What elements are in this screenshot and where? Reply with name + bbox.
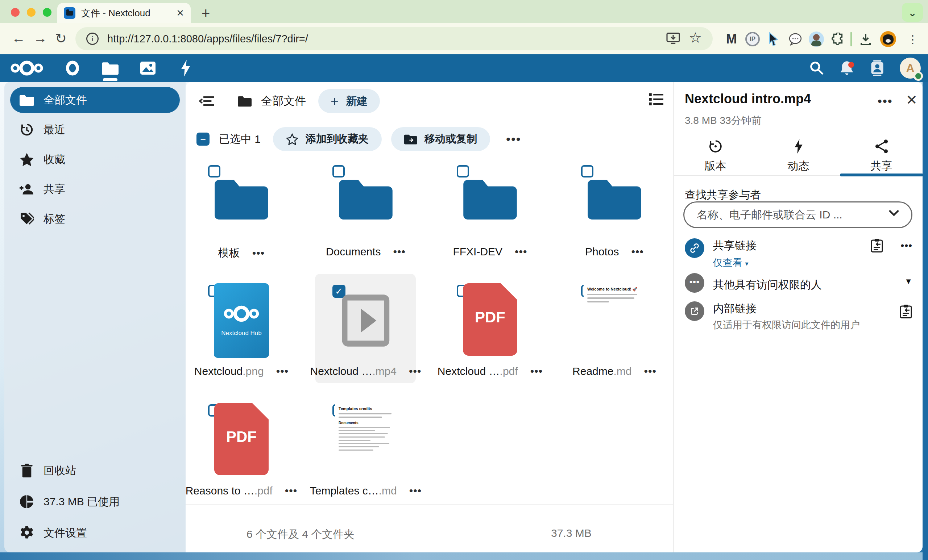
file-actions-icon[interactable]: ••• [285,485,298,497]
search-icon[interactable] [809,61,824,76]
sidebar-item-trash[interactable]: 回收站 [10,458,180,484]
sidebar-item-shares[interactable]: 共享 [10,176,180,202]
file-checkbox[interactable] [333,165,345,178]
browser-tab[interactable]: 文件 - Nextcloud ✕ [57,3,191,23]
sidebar-item-settings[interactable]: 文件设置 [10,520,180,546]
forward-button[interactable]: → [34,30,47,46]
file-actions-icon[interactable]: ••• [631,246,644,258]
window-controls[interactable] [11,8,52,17]
files-count-summary: 6 个文件及 4 个文件夹 [246,527,354,542]
file-actions-icon[interactable]: ••• [409,485,422,497]
new-tab-button[interactable]: + [201,5,210,21]
file-tile-image[interactable]: Nextcloud Hub Nextcloud.png••• [196,283,320,403]
file-tile-video-selected[interactable]: ✓ Nextcloud ….mp4••• [320,283,444,403]
add-to-favorites-button[interactable]: 添加到收藏夹 [273,127,382,151]
breadcrumb[interactable]: 全部文件 [238,93,306,109]
notifications-bell-icon[interactable] [839,60,855,76]
url-text: http://127.0.0.1:8080/apps/files/files/7… [107,33,658,45]
preview-heading: Welcome to Nextcloud! 🚀 [587,287,642,292]
share-link-permission[interactable]: 仅查看 ▾ [713,256,757,269]
list-view-toggle-icon[interactable] [649,93,663,106]
address-bar[interactable]: i http://127.0.0.1:8080/apps/files/files… [75,27,713,50]
copy-internal-link-icon[interactable] [899,304,913,319]
select-all-checkbox[interactable]: − [197,132,209,146]
app-photos-icon[interactable] [139,54,157,82]
expand-caret-icon[interactable]: ▼ [904,277,913,286]
sidebar-item-quota[interactable]: 37.3 MB 已使用 [10,488,180,515]
star-icon [20,152,34,166]
image-thumbnail: Nextcloud Hub [214,283,269,358]
install-app-icon[interactable] [666,33,680,45]
contacts-icon[interactable] [869,60,885,76]
sidebar-item-favorites[interactable]: 收藏 [10,146,180,172]
file-actions-icon[interactable]: ••• [530,365,543,377]
close-window-button[interactable] [11,8,20,17]
folder-icon [20,94,34,106]
browser-menu-icon[interactable]: ⋮ [905,31,921,47]
link-icon [685,238,704,258]
file-actions-icon[interactable]: ••• [515,246,527,258]
nextcloud-logo[interactable] [9,54,44,82]
sidebar-item-all-files[interactable]: 全部文件 [10,87,180,113]
move-or-copy-button[interactable]: 移动或复制 [391,127,490,151]
file-actions-icon[interactable]: ••• [644,365,656,377]
status-online-dot [914,72,923,81]
tab-search-button[interactable]: ⌄ [902,3,923,22]
bookmark-star-icon[interactable]: ☆ [689,29,702,46]
tab-sharing-active[interactable]: 共享 [840,135,923,175]
internal-link-row[interactable]: 内部链接 仅适用于有权限访问此文件的用户 [685,301,913,332]
new-button[interactable]: + 新建 [318,89,380,113]
file-checkbox[interactable] [581,165,594,178]
others-with-access-row[interactable]: ••• 其他具有访问权限的人 ▼ [685,273,913,293]
profile-avatar-icon[interactable] [880,31,896,47]
chevron-down-icon[interactable] [888,209,899,217]
site-info-icon[interactable]: i [86,33,99,45]
copy-link-icon[interactable] [870,238,884,253]
app-activity-icon[interactable] [176,54,195,82]
extension-chat-icon[interactable] [788,31,803,47]
file-checkbox[interactable] [208,165,220,178]
file-list-area: 全部文件 + 新建 − 已选中 1 添加到收藏夹 移动或复制 ••• [186,82,673,552]
file-tile-folder[interactable]: FFXI-DEV••• [444,164,569,283]
file-tile-folder[interactable]: 模板••• [196,164,320,283]
details-more-icon[interactable]: ••• [878,94,893,108]
sidebar-item-tags[interactable]: 标签 [10,206,180,232]
file-actions-icon[interactable]: ••• [252,247,265,259]
file-actions-icon[interactable]: ••• [276,365,289,377]
file-actions-icon[interactable]: ••• [393,246,406,258]
minimize-window-button[interactable] [27,8,35,17]
share-link-row[interactable]: 共享链接 仅查看 ▾ ••• [685,238,913,269]
back-button[interactable]: ← [12,30,25,46]
sharing-search-input[interactable] [683,201,913,228]
file-checkbox[interactable] [457,165,469,178]
file-tile-folder[interactable]: Documents••• [320,164,444,283]
extension-ip-icon[interactable]: IP [745,31,760,47]
extension-m-icon[interactable]: M [723,31,740,47]
tag-icon [20,212,34,225]
extension-avatar-icon[interactable] [808,31,824,47]
tab-close-icon[interactable]: ✕ [176,8,184,19]
active-tab-indicator [840,173,923,177]
gear-icon [20,526,34,540]
tab-activity[interactable]: 动态 [757,135,840,175]
tab-title: 文件 - Nextcloud [81,7,170,20]
app-files-icon[interactable] [101,54,120,82]
file-name: Templates c….md [310,485,397,497]
selection-more-icon[interactable]: ••• [506,132,521,146]
app-dashboard-icon[interactable] [63,54,82,82]
details-close-icon[interactable]: ✕ [906,92,917,108]
share-link-more-icon[interactable]: ••• [901,240,913,251]
sidebar-item-label: 标签 [44,212,65,227]
file-actions-icon[interactable]: ••• [409,365,421,377]
sidebar-item-recent[interactable]: 最近 [10,117,180,143]
tab-versions[interactable]: 版本 [674,135,757,175]
downloads-icon[interactable] [858,31,874,47]
extension-cursor-icon[interactable] [766,31,781,47]
tab-favicon-icon [64,7,75,19]
extensions-puzzle-icon[interactable] [830,31,846,47]
user-avatar[interactable]: A [900,58,921,79]
zoom-window-button[interactable] [43,8,52,17]
collapse-sidebar-icon[interactable] [197,95,217,107]
reload-button[interactable]: ↻ [55,30,67,46]
file-tile-pdf[interactable]: PDF Nextcloud ….pdf••• [444,283,569,403]
